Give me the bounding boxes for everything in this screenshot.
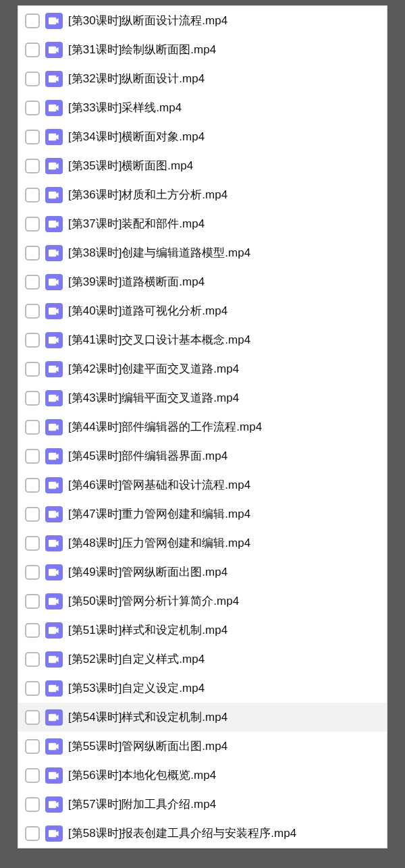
file-checkbox[interactable] bbox=[25, 275, 40, 290]
video-file-icon bbox=[45, 680, 63, 697]
file-row[interactable]: [第47课时]重力管网创建和编辑.mp4 bbox=[18, 499, 387, 528]
file-checkbox[interactable] bbox=[25, 507, 40, 522]
file-checkbox[interactable] bbox=[25, 739, 40, 754]
file-name-label[interactable]: [第58课时]报表创建工具介绍与安装程序.mp4 bbox=[68, 825, 296, 841]
file-checkbox[interactable] bbox=[25, 478, 40, 493]
video-file-icon bbox=[45, 100, 63, 116]
file-name-label[interactable]: [第49课时]管网纵断面出图.mp4 bbox=[68, 564, 227, 580]
file-row[interactable]: [第30课时]纵断面设计流程.mp4 bbox=[18, 6, 387, 35]
file-name-label[interactable]: [第33课时]采样线.mp4 bbox=[68, 100, 182, 115]
file-checkbox[interactable] bbox=[25, 391, 40, 406]
file-row[interactable]: [第39课时]道路横断面.mp4 bbox=[18, 267, 387, 296]
file-name-label[interactable]: [第35课时]横断面图.mp4 bbox=[68, 158, 193, 173]
file-name-label[interactable]: [第37课时]装配和部件.mp4 bbox=[68, 216, 205, 232]
file-name-label[interactable]: [第38课时]创建与编辑道路模型.mp4 bbox=[68, 245, 250, 261]
file-name-label[interactable]: [第47课时]重力管网创建和编辑.mp4 bbox=[68, 506, 250, 522]
file-row[interactable]: [第37课时]装配和部件.mp4 bbox=[18, 209, 387, 238]
video-file-icon bbox=[45, 71, 63, 87]
file-row[interactable]: [第48课时]压力管网创建和编辑.mp4 bbox=[18, 528, 387, 558]
file-name-label[interactable]: [第39课时]道路横断面.mp4 bbox=[68, 274, 205, 290]
file-name-label[interactable]: [第32课时]纵断面设计.mp4 bbox=[68, 71, 205, 86]
file-row[interactable]: [第49课时]管网纵断面出图.mp4 bbox=[18, 558, 387, 587]
file-row[interactable]: [第53课时]自定义设定.mp4 bbox=[18, 674, 387, 703]
file-row[interactable]: [第57课时]附加工具介绍.mp4 bbox=[18, 790, 387, 819]
file-checkbox[interactable] bbox=[25, 652, 40, 667]
file-row[interactable]: [第31课时]绘制纵断面图.mp4 bbox=[18, 35, 387, 64]
file-row[interactable]: [第32课时]纵断面设计.mp4 bbox=[18, 64, 387, 93]
video-file-icon bbox=[45, 448, 63, 464]
video-file-icon bbox=[45, 274, 63, 290]
file-name-label[interactable]: [第40课时]道路可视化分析.mp4 bbox=[68, 303, 227, 319]
file-row[interactable]: [第55课时]管网纵断面出图.mp4 bbox=[18, 732, 387, 761]
file-row[interactable]: [第54课时]样式和设定机制.mp4 bbox=[18, 703, 387, 732]
video-file-icon bbox=[45, 187, 63, 203]
file-name-label[interactable]: [第48课时]压力管网创建和编辑.mp4 bbox=[68, 535, 250, 551]
file-checkbox[interactable] bbox=[25, 797, 40, 812]
file-checkbox[interactable] bbox=[25, 304, 40, 319]
file-name-label[interactable]: [第55课时]管网纵断面出图.mp4 bbox=[68, 738, 227, 754]
file-name-label[interactable]: [第30课时]纵断面设计流程.mp4 bbox=[68, 13, 227, 28]
file-checkbox[interactable] bbox=[25, 72, 40, 86]
file-checkbox[interactable] bbox=[25, 449, 40, 464]
file-row[interactable]: [第43课时]编辑平面交叉道路.mp4 bbox=[18, 383, 387, 412]
video-file-icon bbox=[45, 332, 63, 348]
file-name-label[interactable]: [第56课时]本地化包概览.mp4 bbox=[68, 767, 216, 783]
file-row[interactable]: [第51课时]样式和设定机制.mp4 bbox=[18, 616, 387, 645]
file-name-label[interactable]: [第45课时]部件编辑器界面.mp4 bbox=[68, 448, 227, 464]
video-file-icon bbox=[45, 158, 63, 174]
file-row[interactable]: [第42课时]创建平面交叉道路.mp4 bbox=[18, 354, 387, 383]
file-row[interactable]: [第58课时]报表创建工具介绍与安装程序.mp4 bbox=[18, 819, 387, 848]
file-checkbox[interactable] bbox=[25, 681, 40, 696]
video-file-icon bbox=[45, 13, 63, 29]
file-checkbox[interactable] bbox=[25, 13, 40, 28]
file-checkbox[interactable] bbox=[25, 43, 40, 57]
file-checkbox[interactable] bbox=[25, 826, 40, 841]
file-name-label[interactable]: [第52课时]自定义样式.mp4 bbox=[68, 651, 205, 667]
file-name-label[interactable]: [第51课时]样式和设定机制.mp4 bbox=[68, 622, 227, 638]
file-checkbox[interactable] bbox=[25, 594, 40, 609]
file-row[interactable]: [第45课时]部件编辑器界面.mp4 bbox=[18, 441, 387, 470]
file-name-label[interactable]: [第42课时]创建平面交叉道路.mp4 bbox=[68, 361, 239, 377]
file-checkbox[interactable] bbox=[25, 420, 40, 435]
file-name-label[interactable]: [第41课时]交叉口设计基本概念.mp4 bbox=[68, 332, 250, 348]
file-name-label[interactable]: [第36课时]材质和土方分析.mp4 bbox=[68, 187, 227, 202]
file-row[interactable]: [第50课时]管网分析计算简介.mp4 bbox=[18, 587, 387, 616]
video-file-icon bbox=[45, 303, 63, 319]
file-row[interactable]: [第56课时]本地化包概览.mp4 bbox=[18, 761, 387, 790]
file-row[interactable]: [第34课时]横断面对象.mp4 bbox=[18, 122, 387, 151]
file-name-label[interactable]: [第57课时]附加工具介绍.mp4 bbox=[68, 796, 216, 812]
file-name-label[interactable]: [第54课时]样式和设定机制.mp4 bbox=[68, 709, 227, 725]
file-row[interactable]: [第52课时]自定义样式.mp4 bbox=[18, 645, 387, 674]
file-checkbox[interactable] bbox=[25, 101, 40, 115]
file-name-label[interactable]: [第43课时]编辑平面交叉道路.mp4 bbox=[68, 390, 239, 406]
file-checkbox[interactable] bbox=[25, 188, 40, 202]
file-checkbox[interactable] bbox=[25, 565, 40, 580]
file-name-label[interactable]: [第53课时]自定义设定.mp4 bbox=[68, 680, 205, 696]
file-checkbox[interactable] bbox=[25, 130, 40, 144]
file-checkbox[interactable] bbox=[25, 710, 40, 725]
file-row[interactable]: [第35课时]横断面图.mp4 bbox=[18, 151, 387, 180]
video-file-icon bbox=[45, 535, 63, 551]
file-row[interactable]: [第40课时]道路可视化分析.mp4 bbox=[18, 296, 387, 325]
file-checkbox[interactable] bbox=[25, 623, 40, 638]
file-checkbox[interactable] bbox=[25, 159, 40, 173]
file-row[interactable]: [第41课时]交叉口设计基本概念.mp4 bbox=[18, 325, 387, 354]
video-file-icon bbox=[45, 767, 63, 784]
file-row[interactable]: [第33课时]采样线.mp4 bbox=[18, 93, 387, 122]
file-checkbox[interactable] bbox=[25, 768, 40, 783]
file-row[interactable]: [第38课时]创建与编辑道路模型.mp4 bbox=[18, 238, 387, 267]
file-name-label[interactable]: [第34课时]横断面对象.mp4 bbox=[68, 129, 205, 144]
file-name-label[interactable]: [第31课时]绘制纵断面图.mp4 bbox=[68, 42, 216, 57]
file-checkbox[interactable] bbox=[25, 217, 40, 232]
file-name-label[interactable]: [第44课时]部件编辑器的工作流程.mp4 bbox=[68, 419, 262, 435]
file-checkbox[interactable] bbox=[25, 333, 40, 348]
file-checkbox[interactable] bbox=[25, 246, 40, 261]
file-row[interactable]: [第44课时]部件编辑器的工作流程.mp4 bbox=[18, 412, 387, 441]
file-checkbox[interactable] bbox=[25, 536, 40, 551]
file-checkbox[interactable] bbox=[25, 362, 40, 377]
file-name-label[interactable]: [第46课时]管网基础和设计流程.mp4 bbox=[68, 477, 250, 493]
video-file-icon bbox=[45, 564, 63, 580]
file-name-label[interactable]: [第50课时]管网分析计算简介.mp4 bbox=[68, 593, 239, 609]
file-row[interactable]: [第46课时]管网基础和设计流程.mp4 bbox=[18, 470, 387, 499]
file-row[interactable]: [第36课时]材质和土方分析.mp4 bbox=[18, 180, 387, 209]
